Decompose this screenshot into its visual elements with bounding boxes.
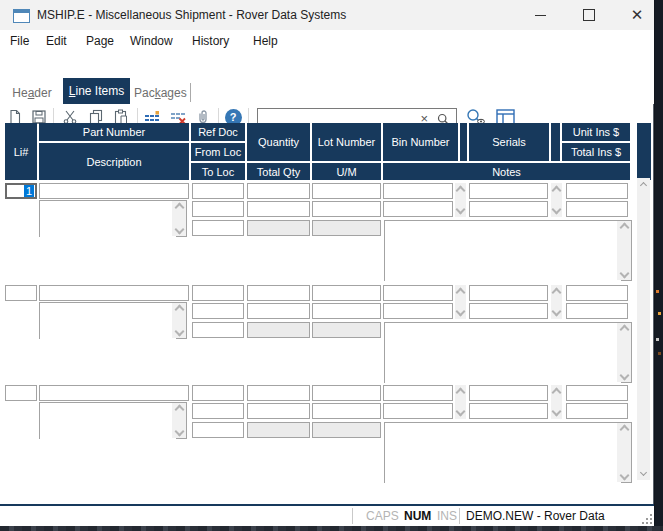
description-field-input[interactable] [40, 303, 176, 342]
from-loc-field[interactable] [192, 201, 244, 217]
scroll-up-icon[interactable] [619, 223, 629, 233]
maximize-button[interactable] [570, 0, 608, 30]
scroll-up-icon[interactable] [174, 203, 184, 213]
close-button[interactable]: ✕ [618, 0, 656, 30]
notes-field-input[interactable] [385, 323, 621, 386]
tab-line-items[interactable]: Line Items [63, 78, 130, 104]
description-field-input[interactable] [40, 201, 176, 240]
quantity-field[interactable] [247, 183, 310, 199]
quantity-field[interactable] [247, 285, 310, 301]
bin-number-field[interactable] [383, 285, 453, 301]
menu-help[interactable]: Help [253, 30, 278, 52]
from-loc-field[interactable] [192, 403, 244, 419]
lot-number-field-2[interactable] [312, 303, 381, 319]
notes-field-scrollbar[interactable] [617, 221, 631, 280]
li-number-field[interactable] [5, 385, 37, 401]
scroll-up-icon[interactable] [174, 405, 184, 415]
serials-field-2[interactable] [469, 201, 548, 217]
quantity-field-2[interactable] [247, 303, 310, 319]
scroll-down-icon[interactable] [174, 427, 184, 437]
lot-number-field-2[interactable] [312, 403, 381, 419]
serials-field[interactable] [469, 285, 548, 301]
serials-spinner[interactable] [551, 385, 562, 419]
ref-doc-field[interactable] [192, 385, 244, 401]
lot-number-field[interactable] [312, 183, 381, 199]
bin-number-field[interactable] [383, 183, 453, 199]
spin-down-icon[interactable] [456, 307, 466, 317]
lot-number-field[interactable] [312, 385, 381, 401]
to-loc-field[interactable] [192, 322, 244, 338]
spin-down-icon[interactable] [456, 205, 466, 215]
scroll-up-icon[interactable] [174, 305, 184, 315]
serials-field[interactable] [469, 183, 548, 199]
spin-down-icon[interactable] [552, 407, 562, 417]
ref-doc-field[interactable] [192, 183, 244, 199]
serials-field-2[interactable] [469, 303, 548, 319]
scroll-down-icon[interactable] [619, 471, 629, 481]
quantity-field[interactable] [247, 385, 310, 401]
spin-up-icon[interactable] [552, 186, 562, 196]
resize-grip[interactable] [640, 512, 652, 524]
scroll-down-icon[interactable] [174, 225, 184, 235]
lot-number-field-2[interactable] [312, 201, 381, 217]
scroll-up-icon[interactable] [619, 325, 629, 335]
quantity-field-2[interactable] [247, 403, 310, 419]
total-ins-field[interactable] [566, 403, 628, 419]
bin-number-field[interactable] [383, 385, 453, 401]
spin-up-icon[interactable] [456, 388, 466, 398]
quantity-field-2[interactable] [247, 201, 310, 217]
ref-doc-field[interactable] [192, 285, 244, 301]
menu-file[interactable]: File [10, 30, 29, 52]
serials-field-2[interactable] [469, 403, 548, 419]
spin-up-icon[interactable] [552, 388, 562, 398]
menu-page[interactable]: Page [86, 30, 114, 52]
unit-ins-field[interactable] [566, 385, 628, 401]
description-field-scrollbar[interactable] [172, 303, 186, 338]
part-number-field[interactable] [39, 285, 189, 301]
bin-number-field-2[interactable] [383, 201, 453, 217]
bin-number-field-2[interactable] [383, 403, 453, 419]
unit-ins-field[interactable] [566, 285, 628, 301]
bin-number-spinner[interactable] [455, 183, 466, 217]
tab-header[interactable]: Header [8, 82, 56, 104]
serials-spinner[interactable] [551, 285, 562, 319]
li-number-field[interactable]: 1 [5, 183, 37, 199]
menu-window[interactable]: Window [130, 30, 173, 52]
notes-field[interactable] [384, 422, 632, 483]
spin-up-icon[interactable] [552, 288, 562, 298]
scroll-up-icon[interactable] [637, 178, 650, 193]
spin-down-icon[interactable] [552, 205, 562, 215]
scroll-up-icon[interactable] [619, 425, 629, 435]
total-ins-field[interactable] [566, 201, 628, 217]
tab-packages[interactable]: Packages [134, 82, 186, 104]
minimize-button[interactable] [521, 0, 559, 30]
spin-down-icon[interactable] [456, 407, 466, 417]
content-scrollbar[interactable] [637, 178, 650, 480]
spin-down-icon[interactable] [552, 307, 562, 317]
bin-number-field-2[interactable] [383, 303, 453, 319]
to-loc-field[interactable] [192, 220, 244, 236]
lot-number-field[interactable] [312, 285, 381, 301]
from-loc-field[interactable] [192, 303, 244, 319]
notes-field-scrollbar[interactable] [617, 423, 631, 482]
spin-up-icon[interactable] [456, 288, 466, 298]
serials-spinner[interactable] [551, 183, 562, 217]
description-field[interactable] [39, 402, 187, 439]
part-number-field[interactable] [39, 385, 189, 401]
description-field[interactable] [39, 200, 187, 237]
description-field-scrollbar[interactable] [172, 403, 186, 438]
notes-field-input[interactable] [385, 423, 621, 486]
li-number-field[interactable] [5, 285, 37, 301]
scroll-down-icon[interactable] [619, 371, 629, 381]
scroll-down-icon[interactable] [619, 269, 629, 279]
description-field-input[interactable] [40, 403, 176, 442]
part-number-field[interactable] [39, 183, 189, 199]
bin-number-spinner[interactable] [455, 285, 466, 319]
scroll-down-icon[interactable] [637, 465, 650, 480]
notes-field[interactable] [384, 322, 632, 383]
notes-field[interactable] [384, 220, 632, 281]
unit-ins-field[interactable] [566, 183, 628, 199]
serials-field[interactable] [469, 385, 548, 401]
description-field[interactable] [39, 302, 187, 339]
description-field-scrollbar[interactable] [172, 201, 186, 236]
